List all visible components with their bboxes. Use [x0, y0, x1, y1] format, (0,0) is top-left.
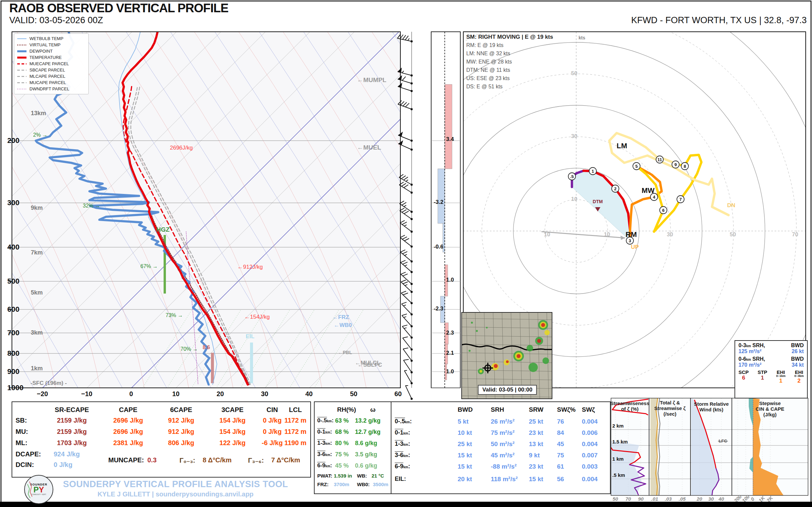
rh-row-label: 3-6km: [317, 451, 332, 458]
pressure-tick-label: 400 [7, 243, 19, 251]
wind-barb [401, 291, 413, 304]
svg-text:.5: .5 [570, 174, 574, 179]
height-agl-label: 3km [31, 329, 43, 336]
shear-row-label: 6-9km: [395, 463, 410, 470]
shear-value: 25 kt [458, 441, 472, 448]
shear-value: 76 [557, 418, 564, 425]
mini-axis-tick: 30 [708, 496, 714, 502]
height-agl-label: 7km [31, 249, 43, 256]
skewt-legend: WETBULB TEMPVIRTUAL TEMPDEWPOINTTEMPERAT… [14, 34, 89, 94]
thermo-value: 806 J/kg [168, 439, 194, 447]
wind-barb [400, 235, 413, 248]
thermo-value: 154 J/kg [219, 428, 246, 436]
skewt-annotation: ←154J/kg [244, 314, 270, 320]
shear-value: 23 kt [529, 463, 543, 470]
legend-row: TEMPERATURE [17, 54, 86, 61]
height-agl-label: 9km [31, 205, 43, 211]
temp-axis-tick-label: 20 [216, 390, 224, 397]
hodograph-km-marker: 11 [656, 156, 663, 163]
mini-axis-tick: 0 [749, 496, 755, 502]
shear-value: 26 m²/s² [491, 418, 515, 425]
pressure-tick-label: 300 [7, 199, 19, 207]
shear-table: BWDSRHSRWSWζ%SWζ0-.5km:5 kt26 m²/s²25 kt… [391, 401, 611, 494]
strip-bar-value: -2.3 [434, 305, 444, 312]
thermo-row-label: SB: [15, 417, 27, 424]
hodograph-label: DN [727, 202, 735, 209]
strip-bar-negative [438, 169, 445, 223]
shear-col-header: BWD [458, 406, 472, 413]
skewt-annotation: ←MUEL [357, 144, 381, 151]
svg-text:1: 1 [592, 169, 594, 174]
shear-value: 20 kt [458, 475, 472, 483]
legend-entry-label: TEMPERATURE [30, 55, 62, 60]
shear-value: 0.004 [582, 475, 598, 483]
svg-text:2: 2 [614, 186, 616, 191]
shear-row-label: EIL: [395, 475, 406, 483]
omega-value: 8.6 g/kg [355, 440, 377, 447]
skewt-annotation: 70% → [181, 346, 198, 352]
thermo-value: 2381 J/kg [113, 439, 143, 447]
strip-bar-positive [445, 84, 452, 169]
shear-value: 61 [557, 463, 564, 470]
wb0-value: 3500m [373, 482, 389, 487]
composite-param: EHI0−1km1 [776, 370, 785, 384]
strip-bar-value: 1.0 [446, 277, 454, 283]
shear-value: 15 kt [458, 463, 472, 470]
shear-col-header: SRW [529, 406, 544, 413]
thermo-col-header: SR-ECAPE [55, 406, 89, 414]
shear-value: 0.003 [582, 463, 598, 470]
thermo-value: 154 J/kg [219, 417, 246, 424]
skewt-annotation: HGZ [156, 226, 170, 233]
hodograph-km-marker: 7 [677, 195, 684, 203]
mini-panel-title: Storm RelativeWind (kts) [685, 401, 738, 412]
shear-value: 15 kt [458, 452, 472, 459]
raob-sounding-dashboard: { "header": { "title": "RAOB OBSERVED VE… [0, 0, 812, 507]
svg-text:6: 6 [662, 208, 664, 213]
srh-bwd-info-box: 0-3km SRH,BWD125 m²/s²26 kt0-6km SRH,BWD… [734, 340, 808, 398]
strip-bar-value: 2.3 [446, 330, 454, 336]
wind-barb [400, 201, 413, 213]
mini-panel-title: StepwiseCIN & CAPE(J/kg) [744, 400, 797, 417]
skewt-annotation: 81°F [244, 391, 256, 397]
skewt-annotation: 73% → [165, 313, 183, 318]
legend-row: DWNDRFT PARCEL [17, 86, 86, 92]
shear-value: 23 kt [529, 429, 543, 437]
hodograph-label: UP [631, 244, 639, 250]
legend-row: MUECAPE PARCEL [17, 61, 86, 67]
shear-value: 25 kt [529, 418, 543, 425]
infobox-header-left: 0-6km SRH, [739, 356, 765, 362]
muncape-label: MUNCAPE: [108, 456, 144, 464]
dcape-label: DCAPE: [15, 450, 41, 458]
infobox-composite-row: SCP 6STP 1EHI0−1km1EHI0−3km2 [735, 369, 807, 384]
param-name: SCP [739, 370, 749, 375]
temp-axis-tick-label: 10 [172, 390, 180, 397]
hodograph-label: DTM [593, 199, 603, 204]
svg-text:9: 9 [674, 162, 676, 167]
hodograph-km-marker: 2 [612, 185, 619, 192]
legend-entry-label: DEWPOINT [30, 49, 53, 54]
sounderpy-logo: SOUNDER PY COMMUNITY VERT. [24, 475, 53, 504]
thermo-col-header: 6CAPE [170, 406, 192, 414]
hodograph-ring-label: 10 [571, 196, 577, 202]
shear-value: 5 kt [458, 418, 469, 425]
legend-entry-label: MUECAPE PARCEL [30, 61, 69, 66]
hodograph-ring-label: 50 [571, 70, 577, 76]
composite-param: STP 1 [758, 370, 767, 384]
thermo-value: 0 J/kg [263, 417, 282, 424]
legend-line-sample-icon [17, 75, 27, 78]
thermo-col-header: CIN [266, 406, 278, 414]
hodograph-km-marker: .5 [568, 173, 575, 180]
frz-label: FRZ: [317, 482, 328, 487]
hodograph-km-marker: 1 [589, 167, 596, 175]
shear-value: 0.004 [582, 418, 598, 425]
storm-motion-block: SM: RIGHT MOVING | E @ 19 ktsRM: E @ 19 … [466, 33, 553, 91]
rh-value: 63 % [335, 417, 349, 424]
mini-axis-tick: 50 [613, 496, 618, 502]
legend-row: WETBULB TEMP [17, 36, 86, 42]
pressure-tick-label: 800 [7, 349, 19, 357]
param-sub: 0−1km [776, 375, 785, 378]
shear-value: 118 m²/s² [491, 475, 518, 483]
legend-line-sample-icon [17, 43, 27, 47]
skewt-annotation: 2696J/kg [170, 145, 193, 151]
thermo-value: 1703 J/kg [57, 439, 87, 447]
